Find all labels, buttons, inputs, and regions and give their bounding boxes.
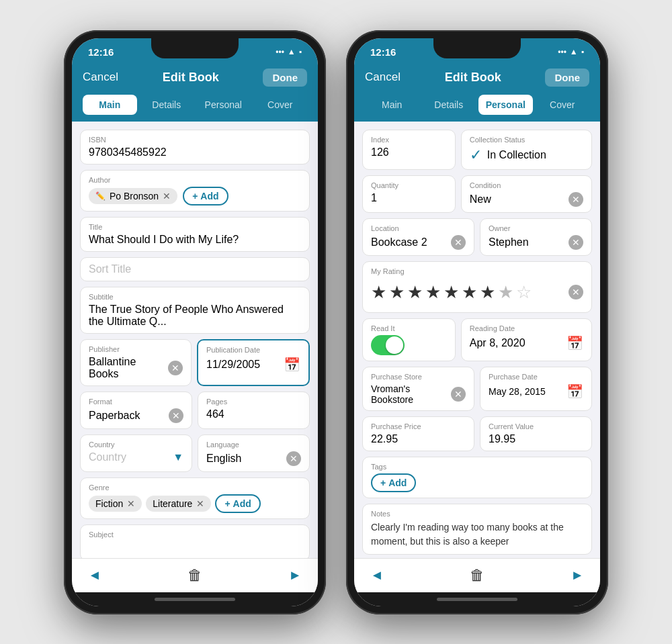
tab-main-2[interactable]: Main bbox=[365, 95, 419, 115]
store-purchasedate-row: Purchase Store Vroman's Bookstore ✕ Purc… bbox=[362, 367, 592, 411]
star-5[interactable]: ★ bbox=[444, 282, 459, 303]
purchase-date-field[interactable]: Purchase Date May 28, 2015 📅 bbox=[480, 367, 592, 411]
condition-clear-button[interactable]: ✕ bbox=[569, 192, 583, 207]
sort-title-field[interactable]: Sort Title bbox=[80, 257, 310, 281]
collection-status-field[interactable]: Collection Status ✓ In Collection bbox=[461, 130, 592, 170]
quantity-condition-row: Quantity 1 Condition New ✕ bbox=[362, 175, 592, 213]
app-header-2: Cancel Edit Book Done bbox=[354, 62, 600, 95]
purchase-date-with-clear: May 28, 2015 📅 bbox=[489, 383, 583, 400]
back-button-1[interactable]: ◄ bbox=[88, 567, 101, 583]
language-label: Language bbox=[206, 441, 301, 449]
author-field[interactable]: Author ✏️ Po Bronson ✕ + Add bbox=[80, 170, 310, 212]
trash-button-2[interactable]: 🗑 bbox=[470, 567, 485, 584]
tab-cover-1[interactable]: Cover bbox=[253, 95, 308, 115]
star-1[interactable]: ★ bbox=[371, 282, 386, 303]
forward-button-1[interactable]: ► bbox=[288, 567, 302, 583]
star-7[interactable]: ★ bbox=[480, 282, 495, 303]
battery-icon-2: ▪ bbox=[581, 47, 584, 56]
notes-field[interactable]: Notes Clearly I'm reading way too many b… bbox=[362, 504, 592, 555]
author-chip-close[interactable]: ✕ bbox=[163, 191, 171, 201]
add-author-plus: + bbox=[192, 191, 198, 201]
home-bar-2 bbox=[437, 598, 517, 601]
back-button-2[interactable]: ◄ bbox=[370, 567, 384, 583]
purchase-store-clear-button[interactable]: ✕ bbox=[451, 387, 466, 402]
done-button-1[interactable]: Done bbox=[263, 68, 307, 87]
home-indicator-1 bbox=[72, 592, 318, 606]
pages-label: Pages bbox=[206, 398, 301, 406]
home-bar-1 bbox=[155, 598, 235, 601]
cancel-button-1[interactable]: Cancel bbox=[83, 71, 118, 84]
status-icons-1: ••• ▲ ▪ bbox=[276, 47, 302, 56]
location-clear-button[interactable]: ✕ bbox=[451, 235, 466, 250]
subject-field[interactable]: Subject bbox=[80, 524, 310, 558]
genre-literature-label: Literature bbox=[153, 498, 192, 509]
rating-clear-button[interactable]: ✕ bbox=[569, 285, 583, 300]
current-value-label: Current Value bbox=[489, 422, 583, 430]
star-4[interactable]: ★ bbox=[425, 282, 441, 303]
genre-literature-close[interactable]: ✕ bbox=[196, 498, 204, 509]
notes-value: Clearly I'm reading way too many books a… bbox=[371, 520, 583, 549]
done-button-2[interactable]: Done bbox=[545, 68, 589, 87]
index-field[interactable]: Index 126 bbox=[362, 130, 456, 170]
readit-field[interactable]: Read It bbox=[362, 318, 456, 361]
current-value-field[interactable]: Current Value 19.95 bbox=[480, 416, 592, 451]
add-tag-button[interactable]: + Add bbox=[371, 473, 416, 492]
owner-field[interactable]: Owner Stephen ✕ bbox=[480, 218, 592, 256]
trash-button-1[interactable]: 🗑 bbox=[187, 567, 202, 584]
tab-personal-1[interactable]: Personal bbox=[196, 95, 251, 115]
condition-with-clear: New ✕ bbox=[470, 192, 583, 207]
readit-toggle[interactable] bbox=[371, 335, 405, 355]
language-clear-button[interactable]: ✕ bbox=[286, 451, 301, 466]
genre-fiction-close[interactable]: ✕ bbox=[127, 498, 135, 509]
location-field[interactable]: Location Bookcase 2 ✕ bbox=[362, 218, 474, 256]
subtitle-field[interactable]: Subtitle The True Story of People Who An… bbox=[80, 287, 310, 334]
purchase-store-field[interactable]: Purchase Store Vroman's Bookstore ✕ bbox=[362, 367, 474, 411]
phone-1-inner: 12:16 ••• ▲ ▪ Cancel Edit Book Done Main… bbox=[72, 38, 318, 606]
quantity-field[interactable]: Quantity 1 bbox=[362, 175, 456, 213]
tab-details-2[interactable]: Details bbox=[422, 95, 476, 115]
tags-field[interactable]: Tags + Add bbox=[362, 457, 592, 498]
pages-value: 464 bbox=[206, 408, 301, 420]
language-field[interactable]: Language English ✕ bbox=[198, 434, 310, 472]
condition-field[interactable]: Condition New ✕ bbox=[461, 175, 592, 213]
publisher-field[interactable]: Publisher Ballantine Books ✕ bbox=[80, 339, 192, 386]
cancel-button-2[interactable]: Cancel bbox=[365, 71, 401, 84]
format-field[interactable]: Format Paperback ✕ bbox=[80, 392, 192, 429]
genre-field[interactable]: Genre Fiction ✕ Literature ✕ + Add bbox=[80, 477, 310, 519]
quantity-label: Quantity bbox=[371, 181, 447, 189]
country-field[interactable]: Country Country ▼ bbox=[80, 434, 192, 472]
tab-details-1[interactable]: Details bbox=[140, 95, 194, 115]
country-dropdown-icon[interactable]: ▼ bbox=[173, 451, 183, 463]
pages-field[interactable]: Pages 464 bbox=[198, 392, 310, 429]
star-3[interactable]: ★ bbox=[407, 282, 423, 303]
tab-cover-2[interactable]: Cover bbox=[536, 95, 590, 115]
index-collection-row: Index 126 Collection Status ✓ In Collect… bbox=[362, 130, 592, 170]
add-genre-button[interactable]: + Add bbox=[215, 494, 260, 513]
format-clear-button[interactable]: ✕ bbox=[169, 408, 183, 423]
format-pages-row: Format Paperback ✕ Pages 464 bbox=[80, 392, 310, 429]
star-9[interactable]: ☆ bbox=[516, 282, 532, 303]
my-rating-field[interactable]: My Rating ★ ★ ★ ★ ★ ★ ★ ★ ☆ bbox=[362, 261, 592, 313]
purchase-price-field[interactable]: Purchase Price 22.95 bbox=[362, 416, 474, 451]
publisher-clear-button[interactable]: ✕ bbox=[168, 361, 183, 375]
star-6[interactable]: ★ bbox=[462, 282, 477, 303]
calendar-icon-purchase[interactable]: 📅 bbox=[566, 383, 583, 400]
tags-container: + Add bbox=[371, 473, 583, 492]
publication-date-field[interactable]: Publication Date 11/29/2005 📅 bbox=[197, 339, 310, 386]
star-8[interactable]: ★ bbox=[498, 282, 513, 303]
author-chip: ✏️ Po Bronson ✕ bbox=[89, 188, 177, 204]
battery-icon: ▪ bbox=[299, 47, 302, 56]
tab-main-1[interactable]: Main bbox=[83, 95, 137, 115]
calendar-icon-1[interactable]: 📅 bbox=[284, 357, 300, 373]
calendar-icon-reading[interactable]: 📅 bbox=[566, 335, 583, 351]
owner-clear-button[interactable]: ✕ bbox=[569, 235, 583, 250]
forward-button-2[interactable]: ► bbox=[571, 567, 584, 583]
reading-date-field[interactable]: Reading Date Apr 8, 2020 📅 bbox=[461, 318, 592, 361]
isbn-field[interactable]: ISBN 9780345485922 bbox=[80, 130, 310, 165]
tab-personal-2[interactable]: Personal bbox=[478, 95, 533, 115]
stars-container[interactable]: ★ ★ ★ ★ ★ ★ ★ ★ ☆ bbox=[371, 278, 532, 307]
title-label: Title bbox=[89, 223, 301, 231]
title-field[interactable]: Title What Should I Do with My Life? bbox=[80, 217, 310, 252]
star-2[interactable]: ★ bbox=[389, 282, 405, 303]
add-author-button[interactable]: + Add bbox=[183, 187, 228, 205]
